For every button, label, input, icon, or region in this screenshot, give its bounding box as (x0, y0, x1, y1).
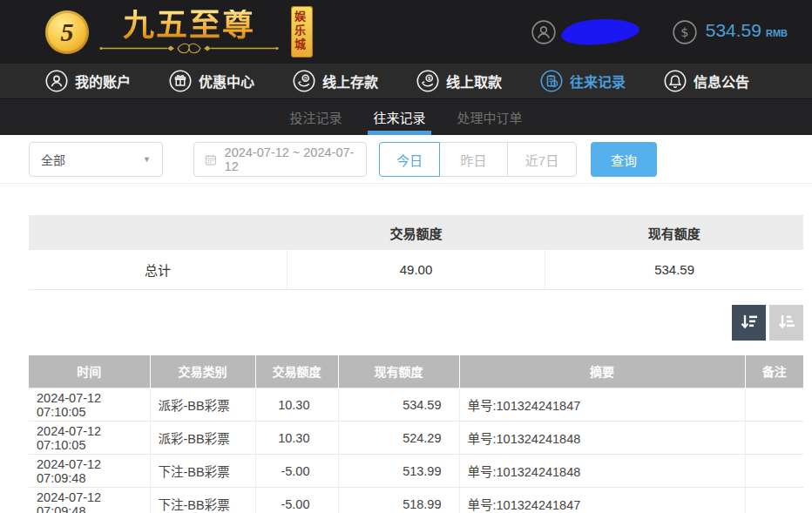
nav-item-deposit[interactable]: @线上存款 (293, 70, 378, 92)
cell-amount: 10.30 (255, 422, 338, 455)
quick-date-button-2[interactable]: 近7日 (507, 142, 577, 177)
brand-suffix-badge: 娱乐城 (291, 6, 313, 57)
summary-value-cell: 534.59 (545, 250, 803, 289)
brand-monogram: 5 (61, 17, 74, 47)
cell-summary: 单号:101324241847 (459, 388, 745, 422)
top-header: 5 九五至尊 娱乐城 $ 534.59 RMB (0, 0, 812, 64)
brand-title: 九五至尊 (123, 10, 255, 41)
cell-summary: 单号:101324241847 (459, 488, 745, 513)
svg-text:$: $ (680, 24, 688, 39)
cell-balance: 534.59 (338, 388, 459, 422)
cell-amount: 10.30 (255, 388, 338, 422)
nav-item-gift[interactable]: 优惠中心 (169, 70, 254, 92)
quick-date-button-1[interactable]: 昨日 (439, 142, 508, 177)
summary-total-row: 总计49.00534.59 (29, 250, 803, 289)
cell-balance: 518.99 (338, 488, 459, 513)
sort-descending-icon (739, 312, 760, 333)
quick-date-group: 今日昨日近7日 (379, 142, 577, 177)
quick-date-button-0[interactable]: 今日 (379, 142, 440, 177)
sort-ascending-icon (776, 312, 797, 333)
account-user-icon[interactable] (531, 20, 556, 44)
brand-emblem-icon: 5 (45, 10, 89, 54)
svg-text:@: @ (303, 76, 308, 81)
nav-label: 线上存款 (322, 71, 378, 91)
nav-label: 我的账户 (75, 71, 131, 91)
dollar-coin-icon: $ (673, 20, 697, 44)
calendar-icon (204, 152, 218, 167)
type-select-value: 全部 (41, 151, 65, 168)
brand-logo[interactable]: 5 九五至尊 娱乐城 (45, 6, 313, 57)
summary-value-cell: 总计 (29, 250, 287, 289)
user-icon (45, 70, 68, 92)
records-table: 时间交易类别交易额度现有额度摘要备注 2024-07-12 07:10:05派彩… (29, 355, 803, 513)
sort-ascending-button[interactable] (769, 305, 803, 341)
summary-header-row: 交易额度现有额度 (29, 215, 803, 250)
divider (0, 183, 812, 184)
date-range-input[interactable]: 2024-07-12 ~ 2024-07-12 (193, 142, 367, 177)
balance-display[interactable]: $ 534.59 RMB (673, 20, 788, 44)
summary-header-cell (29, 215, 287, 250)
content-area: 全部 ▼ 2024-07-12 ~ 2024-07-12 今日昨日近7日 查询 … (0, 142, 812, 513)
subtab-2[interactable]: 处理中订单 (452, 99, 528, 135)
withdraw-icon: $ (416, 70, 439, 92)
redacted-username (560, 17, 639, 47)
column-header-balance: 现有额度 (338, 355, 459, 388)
deposit-icon: @ (293, 70, 315, 92)
cell-amount: -5.00 (255, 488, 338, 513)
cell-balance: 513.99 (338, 455, 459, 488)
subtab-1[interactable]: 往来记录 (368, 99, 430, 135)
main-nav: 我的账户优惠中心@线上存款$线上取款往来记录信息公告 (0, 64, 812, 98)
cell-note (745, 455, 803, 488)
table-row: 2024-07-12 07:10:05派彩-BB彩票10.30534.59单号:… (29, 388, 803, 422)
table-row: 2024-07-12 07:10:05派彩-BB彩票10.30524.29单号:… (29, 422, 803, 455)
column-header-note: 备注 (745, 355, 803, 388)
table-row: 2024-07-12 07:09:48下注-BB彩票-5.00513.99单号:… (29, 455, 803, 488)
record-subtabs: 投注记录往来记录处理中订单 (0, 98, 812, 135)
filter-row: 全部 ▼ 2024-07-12 ~ 2024-07-12 今日昨日近7日 查询 (29, 142, 803, 177)
cell-note (745, 422, 803, 455)
cell-type: 派彩-BB彩票 (150, 388, 255, 422)
sort-descending-button[interactable] (732, 305, 766, 341)
cell-type: 派彩-BB彩票 (150, 422, 255, 455)
table-row: 2024-07-12 07:09:48下注-BB彩票-5.00518.99单号:… (29, 488, 803, 513)
cell-note (745, 488, 803, 513)
nav-label: 往来记录 (570, 71, 626, 91)
search-button[interactable]: 查询 (591, 142, 657, 177)
bell-icon (664, 70, 687, 92)
column-header-summary: 摘要 (459, 355, 745, 388)
cell-time: 2024-07-12 07:10:05 (29, 388, 150, 422)
cell-note (745, 388, 803, 422)
balance-currency: RMB (766, 28, 788, 38)
flourish-ornament (98, 43, 281, 54)
records-icon (540, 70, 563, 92)
chevron-down-icon: ▼ (143, 155, 151, 164)
cell-balance: 524.29 (338, 422, 459, 455)
cell-time: 2024-07-12 07:09:48 (29, 455, 150, 488)
cell-time: 2024-07-12 07:10:05 (29, 422, 150, 455)
nav-item-bell[interactable]: 信息公告 (664, 70, 749, 92)
column-header-amount: 交易额度 (255, 355, 338, 388)
summary-header-cell: 现有额度 (545, 215, 803, 250)
nav-item-records[interactable]: 往来记录 (540, 70, 626, 92)
cell-time: 2024-07-12 07:09:48 (29, 488, 150, 513)
sort-controls (29, 305, 803, 341)
cell-type: 下注-BB彩票 (150, 455, 255, 488)
subtab-0[interactable]: 投注记录 (284, 99, 347, 135)
cell-type: 下注-BB彩票 (150, 488, 255, 513)
nav-item-withdraw[interactable]: $线上取款 (416, 70, 502, 92)
nav-label: 信息公告 (694, 71, 749, 91)
nav-label: 线上取款 (446, 71, 502, 91)
date-range-value: 2024-07-12 ~ 2024-07-12 (225, 145, 356, 173)
cell-summary: 单号:101324241848 (459, 455, 745, 488)
nav-label: 优惠中心 (199, 71, 254, 91)
gift-icon (169, 70, 192, 92)
cell-amount: -5.00 (255, 455, 338, 488)
records-header-row: 时间交易类别交易额度现有额度摘要备注 (29, 355, 803, 388)
balance-amount: 534.59 (706, 20, 761, 41)
summary-value-cell: 49.00 (287, 250, 545, 289)
nav-item-user[interactable]: 我的账户 (45, 70, 131, 92)
cell-summary: 单号:101324241848 (459, 422, 745, 455)
column-header-time: 时间 (29, 355, 150, 388)
type-select[interactable]: 全部 ▼ (29, 142, 163, 177)
summary-header-cell: 交易额度 (287, 215, 545, 250)
